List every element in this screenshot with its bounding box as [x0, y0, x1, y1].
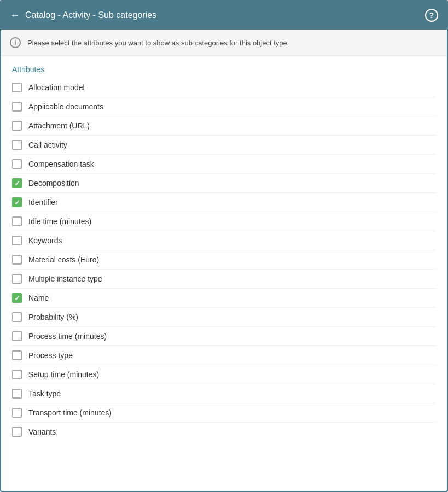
checkbox-transport-time[interactable]: [12, 408, 22, 418]
label-decomposition: Decomposition: [28, 179, 79, 188]
label-process-type: Process type: [28, 351, 73, 360]
page-title: Catalog - Activity - Sub categories: [25, 10, 156, 20]
attributes-list[interactable]: Allocation modelApplicable documentsAtta…: [1, 78, 447, 491]
label-transport-time: Transport time (minutes): [28, 408, 112, 417]
checkbox-name[interactable]: [12, 293, 22, 303]
checkbox-attachment-url[interactable]: [12, 121, 22, 131]
checkbox-applicable-documents[interactable]: [12, 102, 22, 112]
list-item[interactable]: Applicable documents: [12, 97, 436, 116]
label-call-activity: Call activity: [28, 140, 67, 149]
back-button[interactable]: ←: [10, 10, 20, 21]
checkbox-task-type[interactable]: [12, 389, 22, 399]
checkbox-multiple-instance-type[interactable]: [12, 274, 22, 284]
list-item[interactable]: Idle time (minutes): [12, 212, 436, 231]
checkbox-compensation-task[interactable]: [12, 159, 22, 169]
main-window: ← Catalog - Activity - Sub categories ? …: [0, 0, 448, 492]
label-attachment-url: Attachment (URL): [28, 121, 90, 130]
checkbox-keywords[interactable]: [12, 236, 22, 245]
label-keywords: Keywords: [28, 236, 62, 245]
label-setup-time: Setup time (minutes): [28, 370, 99, 379]
header: ← Catalog - Activity - Sub categories ?: [1, 1, 447, 30]
list-item[interactable]: Identifier: [12, 193, 436, 212]
info-text: Please select the attributes you want to…: [27, 39, 289, 47]
list-item[interactable]: Name: [12, 289, 436, 308]
checkbox-process-time[interactable]: [12, 331, 22, 341]
label-identifier: Identifier: [28, 198, 58, 207]
list-item[interactable]: Allocation model: [12, 78, 436, 97]
checkbox-allocation-model[interactable]: [12, 83, 22, 92]
label-name: Name: [28, 294, 49, 302]
list-item[interactable]: Transport time (minutes): [12, 403, 436, 423]
label-variants: Variants: [28, 427, 56, 436]
info-icon: i: [10, 37, 21, 48]
label-process-time: Process time (minutes): [28, 332, 107, 341]
checkbox-identifier[interactable]: [12, 197, 22, 207]
checkbox-material-costs[interactable]: [12, 255, 22, 265]
content-area: Attributes Allocation modelApplicable do…: [1, 56, 447, 491]
checkbox-setup-time[interactable]: [12, 370, 22, 379]
label-allocation-model: Allocation model: [28, 83, 85, 92]
checkbox-decomposition[interactable]: [12, 178, 22, 188]
list-item[interactable]: Setup time (minutes): [12, 365, 436, 384]
info-banner: i Please select the attributes you want …: [1, 30, 447, 56]
label-multiple-instance-type: Multiple instance type: [28, 274, 102, 283]
help-button[interactable]: ?: [425, 9, 438, 22]
list-item[interactable]: Task type: [12, 384, 436, 403]
list-item[interactable]: Process type: [12, 346, 436, 365]
list-item[interactable]: Attachment (URL): [12, 116, 436, 136]
label-applicable-documents: Applicable documents: [28, 102, 103, 111]
list-item[interactable]: Process time (minutes): [12, 327, 436, 346]
checkbox-variants[interactable]: [12, 427, 22, 437]
list-item[interactable]: Keywords: [12, 231, 436, 250]
attributes-label: Attributes: [1, 56, 447, 78]
label-task-type: Task type: [28, 389, 61, 398]
checkbox-probability[interactable]: [12, 312, 22, 322]
list-item[interactable]: Call activity: [12, 136, 436, 155]
checkbox-call-activity[interactable]: [12, 140, 22, 150]
checkbox-idle-time[interactable]: [12, 216, 22, 226]
list-item[interactable]: Decomposition: [12, 174, 436, 193]
header-left: ← Catalog - Activity - Sub categories: [10, 10, 156, 21]
list-item[interactable]: Material costs (Euro): [12, 250, 436, 270]
checkbox-process-type[interactable]: [12, 350, 22, 360]
list-item[interactable]: Multiple instance type: [12, 270, 436, 289]
label-idle-time: Idle time (minutes): [28, 217, 91, 226]
label-material-costs: Material costs (Euro): [28, 255, 99, 264]
label-compensation-task: Compensation task: [28, 160, 94, 168]
list-item[interactable]: Probability (%): [12, 308, 436, 327]
label-probability: Probability (%): [28, 313, 78, 321]
list-item[interactable]: Compensation task: [12, 155, 436, 174]
list-item[interactable]: Variants: [12, 423, 436, 441]
